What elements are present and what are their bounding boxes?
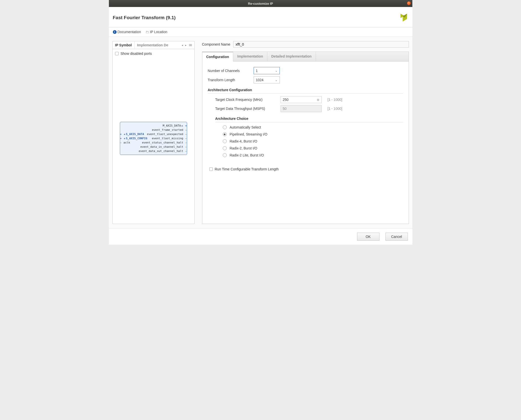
main-tab-strip: Configuration Implementation Detailed Im…: [202, 52, 409, 62]
clock-freq-input[interactable]: 250 ⊗: [281, 96, 322, 103]
tab-configuration[interactable]: Configuration: [202, 52, 233, 62]
clock-freq-range: [1 - 1000]: [328, 98, 342, 102]
component-name-input[interactable]: [233, 41, 409, 48]
arch-choice-pipelined[interactable]: Pipelined, Streaming I/O: [223, 132, 403, 136]
port-m-axis-data: M_AXIS_DATA: [163, 124, 181, 127]
tab-detailed-implementation[interactable]: Detailed Implementation: [267, 52, 316, 61]
port-event-data-in-channel-halt: event_data_in_channel_halt: [140, 145, 183, 148]
folder-icon: 🗀: [146, 30, 149, 34]
window-title: Re-customize IP: [248, 2, 273, 5]
documentation-link[interactable]: i Documentation: [113, 30, 141, 34]
throughput-value: 50: [283, 107, 287, 111]
port-event-data-out-channel-halt: event_data_out_channel_halt: [139, 149, 183, 153]
ok-button[interactable]: OK: [357, 233, 379, 241]
ip-header: Fast Fourier Transform (9.1): [109, 7, 412, 27]
transform-length-value: 1024: [256, 78, 264, 82]
ip-block-diagram: M_AXIS_DATA + event_frame_started + S_AX…: [120, 122, 187, 155]
chevron-down-icon: ⌄: [275, 78, 278, 82]
show-disabled-ports-row[interactable]: Show disabled ports: [115, 52, 192, 56]
radio-icon[interactable]: [223, 146, 227, 150]
runtime-config-row[interactable]: Run Time Configurable Transform Length: [209, 167, 403, 171]
component-name-label: Component Name: [202, 42, 230, 46]
title-bar: Re-customize IP: [109, 0, 412, 7]
radio-icon[interactable]: [223, 132, 227, 136]
arch-choice-label: Radix-2 Lite, Burst I/O: [230, 153, 264, 157]
tab-scroll-left-icon[interactable]: ◂: [181, 44, 184, 47]
port-event-tlast-unexpected: event_tlast_unexpected: [147, 133, 183, 136]
throughput-input: 50: [281, 105, 322, 112]
runtime-config-label: Run Time Configurable Transform Length: [215, 167, 279, 171]
tab-implementation-details[interactable]: Implementation De: [135, 41, 171, 49]
show-disabled-ports-label: Show disabled ports: [121, 52, 152, 56]
arch-choice-heading: Architecture Choice: [208, 117, 403, 121]
component-name-row: Component Name: [202, 41, 409, 48]
port-aclk: aclk: [124, 141, 130, 144]
tab-implementation[interactable]: Implementation: [233, 52, 267, 61]
arch-choice-label: Radix-4, Burst I/O: [230, 139, 257, 143]
close-button[interactable]: [407, 1, 411, 5]
xilinx-logo-icon: [397, 11, 408, 24]
clock-freq-value: 250: [283, 98, 289, 102]
right-panel: Component Name Configuration Implementat…: [202, 41, 409, 224]
radio-icon[interactable]: [223, 153, 227, 157]
bus-expand-icon[interactable]: +: [124, 133, 126, 136]
body: IP Symbol Implementation De ◂ ▸ Show dis…: [109, 37, 412, 228]
radio-icon[interactable]: [223, 139, 227, 143]
clock-freq-label: Target Clock Frequency (MHz): [215, 98, 277, 102]
ip-title: Fast Fourier Transform (9.1): [113, 15, 176, 20]
port-event-tlast-missing: event_tlast_missing: [152, 137, 183, 140]
tab-menu-icon[interactable]: [188, 44, 193, 46]
transform-length-label: Transform Length: [208, 78, 250, 82]
arch-config-heading: Architecture Configuration: [208, 88, 403, 92]
transform-length-select[interactable]: 1024 ⌄: [254, 76, 280, 83]
info-icon: i: [113, 30, 117, 34]
link-bar: i Documentation 🗀 IP Location: [109, 27, 412, 37]
bus-expand-icon[interactable]: +: [124, 137, 126, 140]
arch-choice-auto[interactable]: Automatically Select: [223, 125, 403, 129]
clear-icon[interactable]: ⊗: [317, 98, 319, 102]
recustomize-ip-window: Re-customize IP Fast Fourier Transform (…: [109, 0, 412, 245]
ip-symbol-canvas: M_AXIS_DATA + event_frame_started + S_AX…: [115, 56, 192, 221]
runtime-config-checkbox[interactable]: [209, 167, 213, 171]
ip-location-label: IP Location: [150, 30, 167, 34]
port-event-status-channel-halt: event_status_channel_halt: [142, 141, 183, 144]
left-tab-body: Show disabled ports M_AXIS_DATA + event_…: [113, 49, 194, 224]
arch-choice-label: Pipelined, Streaming I/O: [230, 132, 268, 136]
left-panel: IP Symbol Implementation De ◂ ▸ Show dis…: [112, 41, 195, 224]
footer: OK Cancel: [109, 228, 412, 245]
left-tab-strip: IP Symbol Implementation De ◂ ▸: [113, 41, 194, 49]
num-channels-select[interactable]: 1 ⌄: [254, 67, 280, 74]
bus-expand-icon[interactable]: +: [181, 124, 183, 127]
arch-choice-radix4[interactable]: Radix-4, Burst I/O: [223, 139, 403, 143]
cancel-button[interactable]: Cancel: [385, 233, 408, 241]
port-s-axis-data: S_AXIS_DATA: [126, 133, 144, 136]
throughput-range: [1 - 1000]: [328, 107, 342, 111]
num-channels-label: Number of Channels: [208, 69, 250, 73]
arch-choice-radix2lite[interactable]: Radix-2 Lite, Burst I/O: [223, 153, 403, 157]
num-channels-value: 1: [256, 69, 258, 73]
arch-choice-radix2[interactable]: Radix-2, Burst I/O: [223, 146, 403, 150]
show-disabled-ports-checkbox[interactable]: [115, 52, 119, 55]
tab-ip-symbol[interactable]: IP Symbol: [113, 41, 135, 49]
ip-location-link[interactable]: 🗀 IP Location: [146, 30, 167, 34]
throughput-label: Target Data Throughput (MSPS): [215, 107, 277, 111]
port-s-axis-config: S_AXIS_CONFIG: [126, 137, 147, 140]
divider: [215, 122, 403, 122]
tab-scroll-right-icon[interactable]: ▸: [185, 44, 187, 47]
tab-body-configuration: Number of Channels 1 ⌄ Transform Length …: [202, 62, 409, 224]
radio-icon[interactable]: [223, 125, 227, 129]
port-event-frame-started: event_frame_started: [152, 128, 183, 132]
documentation-label: Documentation: [118, 30, 141, 34]
main-tabbox: Configuration Implementation Detailed Im…: [202, 52, 409, 224]
arch-choice-label: Radix-2, Burst I/O: [230, 146, 257, 150]
arch-choice-label: Automatically Select: [230, 125, 261, 129]
divider: [208, 93, 403, 94]
chevron-down-icon: ⌄: [275, 69, 278, 72]
